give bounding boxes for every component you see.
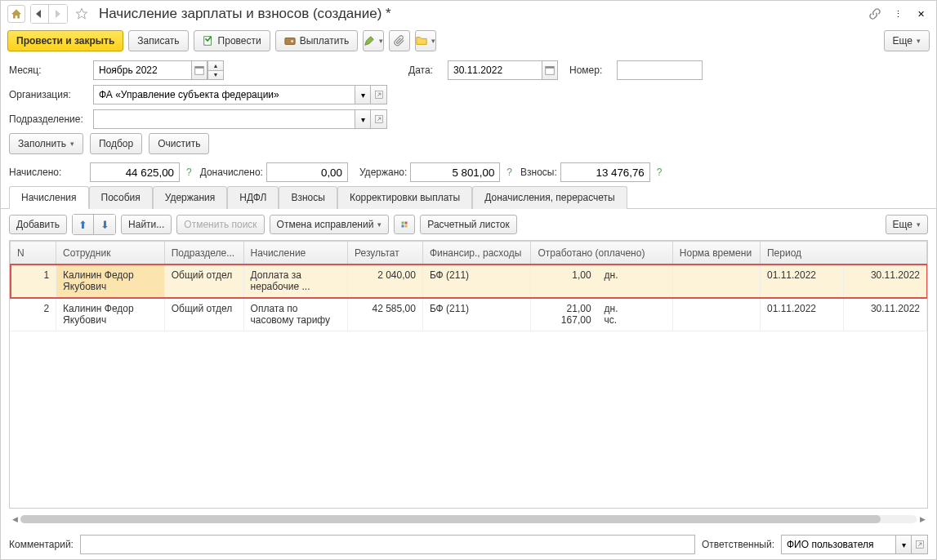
tab-benefits[interactable]: Пособия — [89, 186, 153, 209]
month-field[interactable] — [93, 60, 191, 80]
cell-emp: Калинин Федор Якубович — [56, 264, 165, 298]
col-fin[interactable]: Финансир., расходы — [422, 242, 531, 264]
more-button[interactable]: Еще — [884, 30, 930, 51]
svg-rect-4 — [195, 67, 204, 69]
move-up-button[interactable]: ⬆ — [73, 215, 94, 234]
responsible-open-button[interactable] — [912, 535, 928, 554]
clear-button[interactable]: Очистить — [149, 133, 209, 154]
accrued-field[interactable] — [90, 162, 180, 182]
add-row-button[interactable]: Добавить — [9, 215, 67, 234]
withheld-field[interactable] — [410, 162, 500, 182]
accrued-label: Начислено: — [9, 167, 87, 178]
table-row[interactable]: 2Калинин Федор ЯкубовичОбщий отделОплата… — [11, 298, 927, 331]
extra-label: Доначислено: — [200, 167, 263, 178]
tab-strip: Начисления Пособия Удержания НДФЛ Взносы… — [1, 185, 936, 209]
back-button[interactable] — [31, 5, 49, 23]
responsible-dropdown-button[interactable]: ▾ — [895, 535, 912, 554]
fill-button[interactable]: Заполнить — [9, 133, 83, 154]
withheld-help[interactable]: ? — [506, 167, 512, 178]
pay-button[interactable]: Выплатить — [275, 30, 359, 51]
date-calendar-button[interactable] — [542, 60, 558, 80]
close-button[interactable]: ✕ — [912, 5, 930, 23]
comment-field[interactable] — [80, 535, 695, 554]
col-result[interactable]: Результат — [348, 242, 423, 264]
scroll-right-icon[interactable]: ▶ — [917, 513, 928, 525]
org-dropdown-button[interactable]: ▾ — [355, 85, 371, 104]
grid-icon — [401, 219, 408, 230]
forward-button[interactable] — [49, 5, 67, 23]
contrib-field[interactable] — [560, 162, 650, 182]
tab-corrections[interactable]: Корректировки выплаты — [337, 186, 472, 209]
cell-p1: 01.11.2022 — [760, 264, 843, 298]
home-button[interactable] — [7, 5, 25, 23]
arrow-right-icon — [53, 10, 63, 18]
find-button[interactable]: Найти... — [121, 215, 172, 234]
wallet-icon — [284, 35, 296, 47]
number-field[interactable] — [617, 60, 703, 80]
summary-row: Начислено: ? Доначислено: Удержано: ? Вз… — [1, 159, 936, 185]
h-scrollbar[interactable]: ◀ ▶ — [9, 513, 928, 525]
col-dept[interactable]: Подразделе... — [164, 242, 243, 264]
tab-deductions[interactable]: Удержания — [153, 186, 228, 209]
col-accr[interactable]: Начисление — [243, 242, 348, 264]
favorite-button[interactable] — [73, 5, 91, 23]
cancel-search-button[interactable]: Отменить поиск — [176, 215, 264, 234]
month-calendar-button[interactable] — [191, 60, 207, 80]
cell-emp: Калинин Федор Якубович — [56, 298, 165, 331]
tab-accruals[interactable]: Начисления — [9, 186, 89, 209]
calendar-icon — [545, 65, 555, 75]
col-emp[interactable]: Сотрудник — [56, 242, 165, 264]
dept-dropdown-button[interactable]: ▾ — [355, 109, 371, 129]
main-toolbar: Провести и закрыть Записать Провести Вып… — [1, 27, 936, 55]
col-worked[interactable]: Отработано (оплачено) — [531, 242, 672, 264]
svg-rect-9 — [402, 222, 404, 224]
link-button[interactable] — [866, 5, 884, 23]
post-button[interactable]: Провести — [194, 30, 270, 51]
cell-fin: БФ (211) — [422, 264, 531, 298]
scroll-left-icon[interactable]: ◀ — [9, 513, 20, 525]
cell-worked: 1,00 — [531, 264, 598, 298]
col-n[interactable]: N — [11, 242, 56, 264]
cell-worked-unit: дн.чс. — [598, 298, 673, 331]
accruals-grid[interactable]: N Сотрудник Подразделе... Начисление Рез… — [10, 241, 927, 331]
org-field[interactable] — [93, 85, 355, 104]
accrued-help[interactable]: ? — [186, 167, 192, 178]
responsible-label: Ответственный: — [702, 539, 774, 550]
tool-3-button[interactable] — [415, 30, 436, 51]
cell-norm — [672, 264, 760, 298]
attach-button[interactable] — [389, 30, 410, 51]
tool-1-button[interactable] — [363, 30, 384, 51]
number-label: Номер: — [569, 64, 610, 76]
tab-ndfl[interactable]: НДФЛ — [227, 186, 279, 209]
table-row[interactable]: 1Калинин Федор ЯкубовичОбщий отделДоплат… — [11, 264, 927, 298]
month-stepper[interactable]: ▲▼ — [207, 60, 224, 80]
date-field[interactable] — [448, 60, 542, 80]
col-period[interactable]: Период — [760, 242, 926, 264]
tab-more-button[interactable]: Еще — [886, 215, 928, 234]
svg-rect-12 — [405, 225, 408, 228]
grid-tool-button[interactable] — [394, 215, 415, 234]
pencil-icon — [364, 35, 375, 47]
undo-corrections-button[interactable]: Отмена исправлений — [270, 215, 390, 234]
post-icon — [203, 35, 214, 47]
dept-field[interactable] — [93, 109, 355, 129]
tab-contributions[interactable]: Взносы — [279, 186, 337, 209]
pay-label: Выплатить — [300, 35, 350, 47]
select-button[interactable]: Подбор — [90, 133, 142, 154]
link-icon — [868, 7, 881, 20]
write-button[interactable]: Записать — [128, 30, 188, 51]
col-norm[interactable]: Норма времени — [672, 242, 760, 264]
home-icon — [11, 8, 22, 20]
org-open-button[interactable] — [371, 85, 387, 104]
dept-open-button[interactable] — [371, 109, 387, 129]
menu-button[interactable]: ⋮ — [889, 5, 907, 23]
tab-extra-accruals[interactable]: Доначисления, перерасчеты — [472, 186, 627, 209]
responsible-field[interactable] — [781, 535, 895, 554]
contrib-help[interactable]: ? — [657, 167, 663, 178]
grid-wrap: N Сотрудник Подразделе... Начисление Рез… — [9, 240, 928, 509]
extra-field[interactable] — [266, 162, 348, 182]
move-down-button[interactable]: ⬇ — [94, 215, 115, 234]
post-and-close-button[interactable]: Провести и закрыть — [7, 30, 123, 51]
payslip-button[interactable]: Расчетный листок — [420, 215, 516, 234]
post-label: Провести — [218, 35, 261, 47]
